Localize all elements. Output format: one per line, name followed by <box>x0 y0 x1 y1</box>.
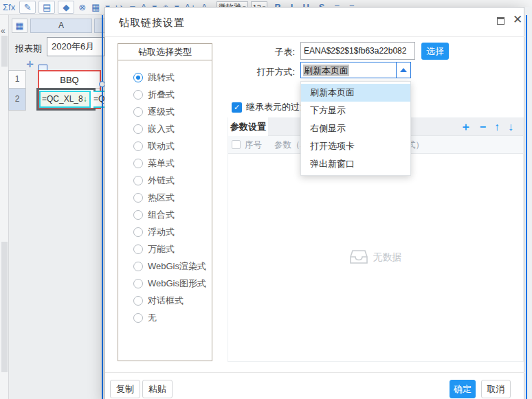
title-separator <box>105 36 525 37</box>
select-subtable-button[interactable]: 选择 <box>421 43 449 60</box>
drill-type-option-label: 组合式 <box>148 209 175 221</box>
radio-selected-icon[interactable] <box>133 73 143 82</box>
radio-icon[interactable] <box>133 279 143 288</box>
cell-bbq[interactable]: BBQ <box>39 71 100 89</box>
ok-button[interactable]: 确定 <box>450 380 476 398</box>
table-icon[interactable]: ▦ <box>90 1 101 14</box>
move-up-icon[interactable]: ↑ <box>494 122 500 133</box>
drill-type-option-label: WebGis渲染式 <box>148 260 206 273</box>
edit-cell-icon[interactable]: ▤ <box>38 1 55 14</box>
cancel-button[interactable]: 取消 <box>481 380 511 398</box>
drill-type-option-label: 菜单式 <box>148 157 175 170</box>
drill-type-option[interactable]: 热区式 <box>118 189 212 206</box>
clear-format-icon[interactable]: ⊗ <box>77 1 87 14</box>
open-mode-option[interactable]: 下方显示 <box>301 102 410 119</box>
drill-type-option[interactable]: 逐级式 <box>118 103 212 120</box>
drill-type-option-label: 浮动式 <box>148 226 175 238</box>
selection-line-right <box>526 15 527 399</box>
radio-icon[interactable] <box>133 313 143 323</box>
open-mode-dropdown: 刷新本页面下方显示右侧显示打开选项卡弹出新窗口 <box>300 81 411 176</box>
radio-icon[interactable] <box>133 244 143 254</box>
drill-type-option[interactable]: 外链式 <box>118 172 212 189</box>
cell-formula[interactable]: =QC_XL_8↓ <box>39 91 91 108</box>
drill-type-option-label: 折叠式 <box>148 89 175 101</box>
radio-icon[interactable] <box>133 159 143 168</box>
drill-type-option[interactable]: 菜单式 <box>118 155 212 172</box>
drill-type-option[interactable]: 嵌入式 <box>118 120 212 137</box>
drill-type-option-label: 嵌入式 <box>148 123 175 135</box>
drill-type-option[interactable]: 无 <box>118 309 212 326</box>
tab-parameter-settings[interactable]: 参数设置 <box>228 117 268 136</box>
add-parameter-icon[interactable]: ＋ <box>461 122 472 133</box>
open-mode-value: 刷新本页面 <box>303 65 349 76</box>
checkbox-checked-icon[interactable]: ✓ <box>232 102 242 113</box>
drill-type-option[interactable]: WebGis图形式 <box>118 275 212 292</box>
combo-arrow-up-icon[interactable] <box>396 62 410 78</box>
drill-type-option-list: 跳转式折叠式逐级式嵌入式联动式菜单式外链式热区式组合式浮动式万能式WebGis渲… <box>118 69 212 326</box>
drill-type-option-label: 跳转式 <box>148 71 175 84</box>
selection-line-left <box>102 15 103 399</box>
radio-icon[interactable] <box>133 227 143 237</box>
open-mode-option[interactable]: 打开选项卡 <box>301 137 410 155</box>
drill-type-panel: 钻取选择类型 跳转式折叠式逐级式嵌入式联动式菜单式外链式热区式组合式浮动式万能式… <box>118 43 212 361</box>
footer-separator <box>105 372 525 373</box>
copy-button[interactable]: 复制 <box>110 380 140 398</box>
row-header-1[interactable]: 1 <box>8 70 26 89</box>
radio-icon[interactable] <box>133 107 143 117</box>
radio-icon[interactable] <box>133 193 143 203</box>
drill-type-option-label: 联动式 <box>148 140 175 152</box>
drill-type-option[interactable]: 跳转式 <box>118 69 212 86</box>
subtable-input[interactable]: EANA$2$2$1$fb63a22b082 <box>300 42 415 60</box>
open-mode-option[interactable]: 右侧显示 <box>301 119 410 137</box>
drill-type-option-label: 万能式 <box>148 243 175 255</box>
rail-block <box>1 36 8 67</box>
drill-type-option[interactable]: 浮动式 <box>118 223 212 240</box>
drill-type-option-label: WebGis图形式 <box>148 277 206 290</box>
close-icon[interactable]: ✕ <box>513 12 522 27</box>
remove-parameter-icon[interactable]: − <box>480 122 486 133</box>
drill-type-option[interactable]: 折叠式 <box>118 86 212 103</box>
drill-type-panel-header: 钻取选择类型 <box>118 44 212 60</box>
row-header-2[interactable]: 2 <box>8 88 26 111</box>
radio-icon[interactable] <box>133 124 143 134</box>
subtable-label: 子表: <box>233 46 295 58</box>
move-down-icon[interactable]: ↓ <box>508 122 513 133</box>
empty-box-icon <box>350 250 368 264</box>
radio-icon[interactable] <box>133 210 143 220</box>
open-mode-option[interactable]: 弹出新窗口 <box>301 155 410 173</box>
open-mode-option[interactable]: 刷新本页面 <box>301 84 410 102</box>
open-mode-combobox[interactable]: 刷新本页面 <box>300 62 411 78</box>
report-period-input[interactable]: 2020年6月 <box>47 37 104 56</box>
select-all-checkbox[interactable] <box>232 140 241 149</box>
drill-type-option-label: 逐级式 <box>148 106 175 118</box>
move-handle-icon[interactable]: ✛ <box>26 59 34 69</box>
drill-type-option[interactable]: 联动式 <box>118 137 212 155</box>
spreadsheet-background: « ▦ A 报表期 2020年6月 ✛ 1 2 BBQ =QC_XL_8↓ =Q <box>0 15 110 399</box>
drill-type-option[interactable]: 组合式 <box>118 206 212 223</box>
drill-arrow-icon: ↓ <box>83 94 87 104</box>
drill-type-option-label: 对话框式 <box>148 295 184 307</box>
select-all-corner[interactable]: ▦ <box>12 19 27 33</box>
pen-icon[interactable]: ✎ <box>19 1 36 14</box>
parameter-table-body: 无数据 <box>228 154 523 361</box>
column-header-a[interactable]: A <box>30 19 92 33</box>
cell-formula-text: =QC_XL_8 <box>42 94 83 104</box>
dialog-title: 钻取链接设置 <box>119 16 185 30</box>
radio-icon[interactable] <box>133 262 143 271</box>
drill-link-settings-dialog: 钻取链接设置 ✕ 钻取选择类型 跳转式折叠式逐级式嵌入式联动式菜单式外链式热区式… <box>104 7 524 399</box>
empty-state: 无数据 <box>228 250 523 264</box>
radio-icon[interactable] <box>133 296 143 306</box>
maximize-icon[interactable] <box>497 17 505 25</box>
drill-type-option[interactable]: 万能式 <box>118 240 212 258</box>
drill-type-option[interactable]: 对话框式 <box>118 292 212 309</box>
radio-icon[interactable] <box>133 141 143 151</box>
formula-icon[interactable]: Σfx <box>1 1 16 14</box>
parameter-toolbar: ＋ − ↑ ↓ <box>461 117 513 136</box>
collapse-panel-icon[interactable]: « <box>1 26 5 36</box>
paste-button[interactable]: 粘贴 <box>142 380 173 398</box>
drill-type-option-label: 外链式 <box>148 174 175 187</box>
radio-icon[interactable] <box>133 176 143 185</box>
radio-icon[interactable] <box>133 90 143 100</box>
drill-type-option[interactable]: WebGis渲染式 <box>118 258 212 275</box>
format-brush-icon[interactable]: ◆ <box>58 1 74 14</box>
